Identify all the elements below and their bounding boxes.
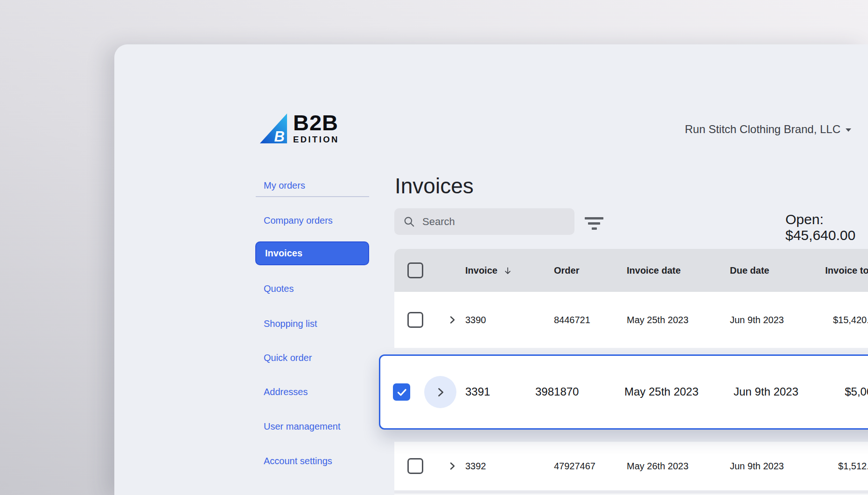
column-header-due-date[interactable]: Due date	[730, 265, 822, 276]
page-title: Invoices	[395, 173, 474, 198]
invoice-row[interactable]: 3392 47927467 May 26th 2023 Jun 9th 2023…	[394, 442, 868, 490]
b2b-edition-logo: B B2B EDITION	[259, 113, 339, 145]
column-header-invoice-date[interactable]: Invoice date	[627, 265, 730, 276]
expand-row-button[interactable]	[439, 314, 465, 325]
checkmark-icon	[396, 386, 408, 398]
app-card: B B2B EDITION Run Stitch Clothing Brand,…	[114, 44, 868, 495]
logo-text-b2b: B2B	[293, 113, 339, 133]
sidebar-item-quick-order[interactable]: Quick order	[264, 353, 312, 363]
sidebar-item-account-settings[interactable]: Account settings	[264, 456, 332, 467]
row-checkbox[interactable]	[407, 458, 423, 474]
svg-text:B: B	[274, 128, 284, 144]
sidebar-item-addresses[interactable]: Addresses	[264, 387, 308, 397]
sidebar-item-company-orders[interactable]: Company orders	[264, 215, 333, 226]
page-background: B B2B EDITION Run Stitch Clothing Brand,…	[0, 0, 868, 495]
sidebar-item-invoices[interactable]: Invoices	[255, 241, 369, 265]
cell-invoice: 3392	[465, 461, 554, 472]
cell-invoice-date: May 25th 2023	[624, 385, 699, 398]
sidebar-item-shopping-list[interactable]: Shopping list	[264, 318, 317, 329]
cell-invoice-date: May 25th 2023	[627, 315, 730, 325]
sidebar-item-user-management[interactable]: User management	[264, 421, 341, 432]
search-input-wrapper	[394, 208, 574, 235]
sidebar-item-invoices-label: Invoices	[265, 248, 302, 259]
invoice-row-selected[interactable]: 3391 3981870 May 25th 2023 Jun 9th 2023 …	[379, 354, 868, 430]
select-all-checkbox[interactable]	[407, 262, 423, 278]
cell-order: 47927467	[554, 461, 627, 472]
row-divider	[394, 490, 868, 494]
cell-invoice-date: May 26th 2023	[627, 461, 730, 472]
filter-icon[interactable]	[582, 215, 606, 231]
invoice-row[interactable]: 3390 8446721 May 25th 2023 Jun 9th 2023 …	[394, 292, 868, 348]
cell-order: 3981870	[535, 385, 579, 398]
caret-down-icon	[846, 128, 851, 132]
expand-row-button[interactable]	[424, 376, 456, 408]
column-header-invoice-total[interactable]: Invoice total	[822, 265, 868, 276]
cell-invoice: 3390	[465, 315, 554, 325]
bigcommerce-triangle-icon: B	[259, 113, 288, 144]
row-checkbox[interactable]	[407, 312, 423, 328]
logo-text-edition: EDITION	[293, 134, 339, 145]
account-name: Run Stitch Clothing Brand, LLC	[685, 123, 840, 136]
sort-descending-icon	[503, 266, 512, 276]
cell-invoice-total: $1,512.00	[822, 461, 868, 472]
cell-due-date: Jun 9th 2023	[730, 315, 822, 325]
search-icon	[403, 216, 415, 228]
open-balance: Open: $45,640.00	[785, 212, 868, 243]
chevron-right-icon	[447, 460, 458, 472]
column-header-invoice[interactable]: Invoice	[465, 265, 554, 276]
row-checkbox-checked[interactable]	[393, 383, 410, 401]
account-switcher[interactable]: Run Stitch Clothing Brand, LLC	[685, 123, 851, 136]
chevron-right-icon	[447, 314, 458, 325]
expand-row-button[interactable]	[439, 460, 465, 472]
invoices-table: Invoice Order Invoice date Due date Invo…	[394, 249, 868, 495]
column-header-order[interactable]: Order	[554, 265, 627, 276]
search-input[interactable]	[421, 215, 563, 228]
chevron-right-icon	[434, 386, 447, 399]
cell-due-date: Jun 9th 2023	[734, 385, 798, 398]
table-header-row: Invoice Order Invoice date Due date Invo…	[394, 249, 868, 292]
logo-wordmark: B2B EDITION	[293, 113, 339, 145]
cell-order: 8446721	[554, 315, 627, 325]
cell-due-date: Jun 9th 2023	[730, 461, 822, 472]
cell-invoice-total: $5,000.00	[801, 385, 868, 398]
sidebar-divider	[256, 196, 369, 197]
cell-invoice-total: $15,420.00	[822, 315, 868, 325]
cell-invoice: 3391	[465, 385, 490, 398]
sidebar-item-my-orders[interactable]: My orders	[264, 180, 305, 191]
sidebar-item-quotes[interactable]: Quotes	[264, 283, 294, 294]
